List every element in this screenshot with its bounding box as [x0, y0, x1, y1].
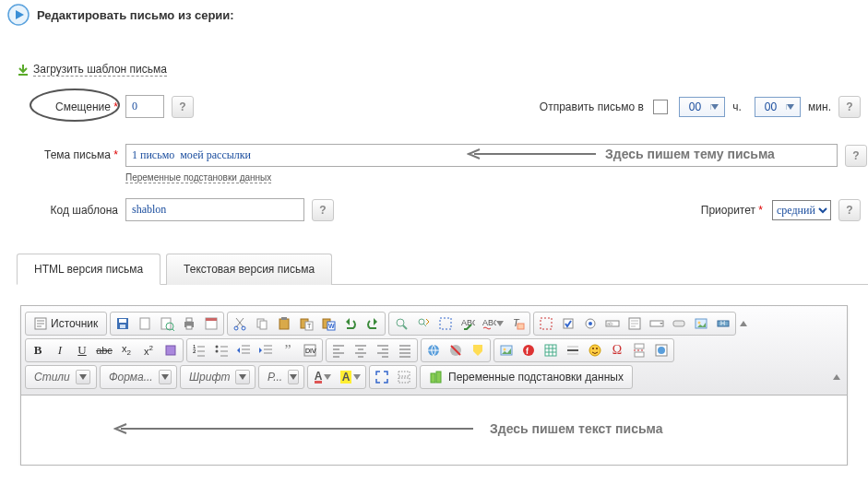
svg-text:T: T — [307, 323, 312, 329]
minute-suffix: мин. — [808, 100, 831, 113]
spellcheck-icon[interactable]: ABC — [457, 313, 479, 334]
undo-icon[interactable] — [339, 313, 362, 334]
unordered-list-icon[interactable] — [210, 340, 232, 360]
select-icon[interactable] — [646, 313, 668, 334]
align-justify-icon[interactable] — [394, 340, 416, 360]
send-time-help-button[interactable]: ? — [838, 96, 861, 118]
replace-icon[interactable] — [412, 313, 434, 334]
unlink-icon[interactable] — [445, 340, 467, 360]
svg-rect-10 — [186, 318, 192, 322]
outdent-icon[interactable] — [232, 340, 255, 360]
vars-button[interactable]: Переменные подстановки данных — [422, 367, 631, 387]
blockquote-icon[interactable]: ” — [277, 340, 299, 360]
offset-help-button[interactable]: ? — [172, 96, 194, 118]
hidden-field-icon[interactable]: H — [712, 313, 734, 334]
maximize-icon[interactable] — [371, 367, 393, 387]
object-icon[interactable] — [160, 340, 182, 360]
find-icon[interactable] — [390, 313, 412, 334]
font-combo[interactable]: Шрифт — [182, 367, 254, 387]
print-icon[interactable] — [178, 313, 200, 334]
align-left-icon[interactable] — [327, 340, 350, 360]
anchor-icon[interactable] — [467, 340, 489, 360]
bold-icon[interactable]: B — [27, 340, 49, 360]
ordered-list-icon[interactable]: 12 — [188, 340, 210, 360]
svg-rect-18 — [279, 319, 289, 329]
subject-help-button[interactable]: ? — [845, 145, 867, 167]
paste-icon[interactable] — [273, 313, 295, 334]
copy-icon[interactable] — [251, 313, 273, 334]
svg-rect-32 — [517, 324, 524, 329]
styles-combo[interactable]: Стили — [27, 367, 95, 387]
special-char-icon[interactable]: Ω — [606, 340, 628, 360]
align-center-icon[interactable] — [350, 340, 372, 360]
textarea-icon[interactable] — [624, 313, 646, 334]
paste-text-icon[interactable]: T — [295, 313, 317, 334]
subject-label: Тема письма * — [17, 144, 125, 161]
bg-color-icon[interactable]: A — [337, 367, 364, 387]
toolbar-collapse-icon[interactable] — [739, 313, 748, 334]
textfield-icon[interactable]: ab — [601, 313, 624, 334]
template-icon[interactable] — [200, 313, 222, 334]
superscript-icon[interactable]: x2 — [137, 340, 160, 360]
form-icon[interactable] — [535, 313, 557, 334]
image-icon[interactable] — [495, 340, 517, 360]
iframe-icon[interactable] — [650, 340, 672, 360]
page-break-icon[interactable] — [628, 340, 650, 360]
svg-rect-4 — [119, 319, 126, 323]
source-button[interactable]: Источник — [27, 313, 105, 334]
priority-select[interactable]: средний — [772, 200, 831, 220]
hour-spinner[interactable]: 00 — [679, 97, 725, 117]
svg-point-43 — [698, 322, 701, 325]
indent-icon[interactable] — [255, 340, 277, 360]
subscript-icon[interactable]: x2 — [115, 340, 137, 360]
priority-help-button[interactable]: ? — [838, 199, 861, 221]
italic-icon[interactable]: I — [49, 340, 71, 360]
editor-body[interactable]: Здесь пишем текст письма — [21, 395, 847, 465]
radio-icon[interactable] — [579, 313, 601, 334]
body-hint-annotation: Здесь пишем текст письма — [113, 421, 663, 436]
show-blocks-icon[interactable] — [393, 367, 415, 387]
redo-icon[interactable] — [362, 313, 384, 334]
strike-icon[interactable]: abc — [93, 340, 115, 360]
align-right-icon[interactable] — [372, 340, 394, 360]
template-code-help-button[interactable]: ? — [312, 199, 334, 221]
send-time-checkbox[interactable] — [653, 100, 668, 114]
flash-icon[interactable]: f — [517, 340, 540, 360]
paste-word-icon[interactable]: W — [317, 313, 339, 334]
minute-spinner[interactable]: 00 — [755, 97, 801, 117]
subject-vars-link[interactable]: Переменные подстановки данных — [125, 172, 271, 183]
scayt-icon[interactable]: ABC — [479, 313, 506, 334]
save-icon[interactable] — [112, 313, 134, 334]
cut-icon[interactable] — [229, 313, 251, 334]
template-code-input[interactable] — [125, 198, 304, 221]
underline-icon[interactable]: U — [71, 340, 93, 360]
tab-html-version[interactable]: HTML версия письма — [17, 254, 161, 285]
offset-input[interactable] — [125, 95, 164, 118]
send-time-label: Отправить письмо в — [540, 100, 644, 113]
preview-icon[interactable] — [156, 313, 178, 334]
tab-text-version[interactable]: Текстовая версия письма — [166, 254, 332, 285]
svg-rect-1 — [18, 74, 28, 76]
remove-format-icon[interactable]: T — [506, 313, 529, 334]
format-combo[interactable]: Форма... — [101, 367, 175, 387]
button-icon[interactable] — [668, 313, 690, 334]
svg-point-36 — [589, 322, 592, 325]
hr-icon[interactable] — [562, 340, 584, 360]
play-icon — [7, 4, 30, 26]
svg-rect-33 — [541, 318, 552, 329]
svg-rect-46 — [166, 346, 175, 355]
smiley-icon[interactable] — [584, 340, 606, 360]
div-icon[interactable]: DIV — [299, 340, 321, 360]
size-combo[interactable]: Р... — [260, 367, 303, 387]
new-page-icon[interactable] — [134, 313, 156, 334]
link-icon[interactable] — [422, 340, 445, 360]
toolbar-collapse-icon[interactable] — [832, 367, 841, 387]
checkbox-icon[interactable] — [557, 313, 579, 334]
image-button-icon[interactable] — [690, 313, 712, 334]
select-all-icon[interactable] — [434, 313, 457, 334]
svg-rect-11 — [186, 325, 192, 329]
load-template-link[interactable]: Загрузить шаблон письма — [33, 63, 167, 77]
table-icon[interactable] — [540, 340, 562, 360]
text-color-icon[interactable]: A — [309, 367, 337, 387]
svg-text:W: W — [328, 323, 335, 329]
